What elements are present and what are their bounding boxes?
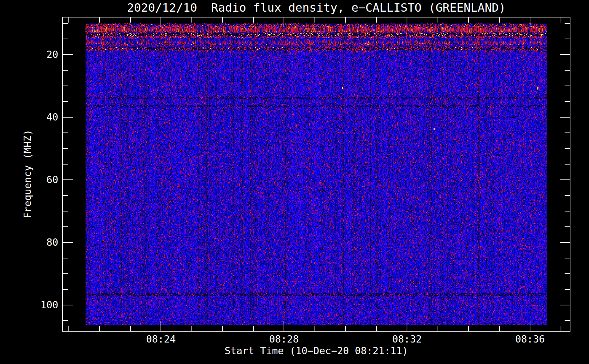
y-major-tick	[63, 54, 73, 55]
x-minor-tick	[222, 17, 223, 23]
y-minor-tick	[63, 101, 68, 102]
x-minor-tick	[468, 326, 469, 331]
y-minor-tick	[565, 226, 570, 227]
y-major-tick	[560, 117, 570, 118]
y-minor-tick	[63, 273, 68, 274]
y-tick-label: 20	[15, 49, 58, 60]
x-minor-tick	[438, 326, 438, 331]
y-minor-tick	[565, 164, 570, 165]
y-minor-tick	[565, 101, 570, 102]
y-minor-tick	[63, 289, 68, 290]
x-major-tick	[530, 321, 530, 331]
y-minor-tick	[63, 39, 68, 39]
y-minor-tick	[63, 70, 68, 71]
y-minor-tick	[565, 132, 570, 133]
y-minor-tick	[565, 289, 570, 290]
x-minor-tick	[191, 326, 192, 331]
y-minor-tick	[63, 226, 68, 227]
x-minor-tick	[345, 326, 346, 331]
x-major-tick	[530, 17, 530, 27]
y-minor-tick	[565, 23, 570, 24]
y-tick-label: 40	[15, 111, 58, 123]
y-minor-tick	[63, 320, 68, 321]
x-major-tick	[161, 17, 161, 27]
y-minor-tick	[63, 23, 68, 24]
spectrogram-page: 2020/12/10 Radio flux density, e−CALLIST…	[0, 0, 589, 364]
y-major-tick	[63, 305, 73, 305]
x-major-tick	[161, 321, 161, 331]
y-major-tick	[63, 242, 73, 243]
y-minor-tick	[565, 211, 570, 211]
y-major-tick	[560, 242, 570, 243]
x-minor-tick	[99, 326, 100, 331]
x-minor-tick	[99, 17, 100, 23]
plot-frame	[62, 17, 570, 332]
x-major-tick	[284, 321, 284, 331]
x-minor-tick	[438, 17, 438, 23]
y-tick-label: 80	[15, 237, 58, 248]
y-major-tick	[63, 117, 73, 118]
y-minor-tick	[565, 273, 570, 274]
x-tick-label: 08:24	[132, 333, 190, 345]
x-minor-tick	[130, 17, 131, 23]
x-minor-tick	[376, 326, 377, 331]
y-minor-tick	[63, 164, 68, 165]
y-minor-tick	[565, 70, 570, 71]
y-minor-tick	[565, 258, 570, 258]
x-minor-tick	[315, 17, 315, 23]
x-major-tick	[407, 17, 407, 27]
x-minor-tick	[345, 17, 346, 23]
y-major-tick	[560, 54, 570, 55]
y-minor-tick	[63, 195, 68, 196]
x-tick-label: 08:28	[255, 333, 313, 345]
y-minor-tick	[63, 258, 68, 258]
x-minor-tick	[222, 326, 223, 331]
y-minor-tick	[565, 195, 570, 196]
x-minor-tick	[499, 17, 500, 23]
x-minor-tick	[68, 326, 69, 331]
x-minor-tick	[253, 326, 254, 331]
y-minor-tick	[63, 132, 68, 133]
x-axis-label: Start Time (10−Dec−20 08:21:11)	[62, 345, 570, 356]
y-minor-tick	[63, 86, 68, 86]
x-minor-tick	[468, 17, 469, 23]
x-minor-tick	[253, 17, 254, 23]
x-minor-tick	[315, 326, 315, 331]
y-major-tick	[560, 305, 570, 305]
y-minor-tick	[565, 320, 570, 321]
y-minor-tick	[565, 39, 570, 39]
y-minor-tick	[63, 148, 68, 149]
x-minor-tick	[561, 17, 561, 23]
y-minor-tick	[565, 86, 570, 86]
y-tick-label: 60	[15, 174, 58, 186]
x-tick-label: 08:36	[501, 333, 559, 345]
y-minor-tick	[565, 148, 570, 149]
x-major-tick	[407, 321, 407, 331]
x-tick-label: 08:32	[378, 333, 436, 345]
x-minor-tick	[376, 17, 377, 23]
chart-title: 2020/12/10 Radio flux density, e−CALLIST…	[62, 1, 570, 15]
y-major-tick	[63, 179, 73, 180]
x-minor-tick	[68, 17, 69, 23]
y-tick-label: 100	[15, 299, 58, 311]
x-major-tick	[284, 17, 284, 27]
y-minor-tick	[63, 211, 68, 211]
x-minor-tick	[499, 326, 500, 331]
y-major-tick	[560, 179, 570, 180]
x-minor-tick	[561, 326, 561, 331]
x-minor-tick	[191, 17, 192, 23]
x-minor-tick	[130, 326, 131, 331]
